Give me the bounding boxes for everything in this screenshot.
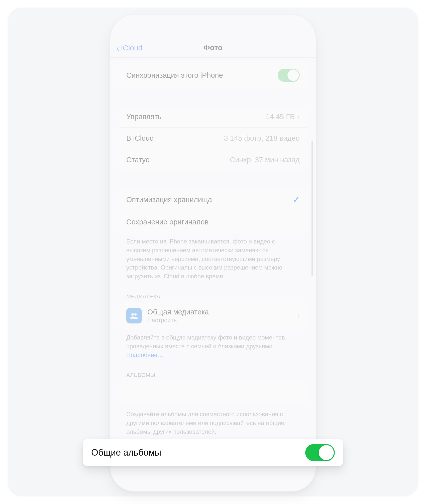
optimize-storage-row[interactable]: Оптимизация хранилища ✓	[119, 188, 307, 211]
icloud-count-value: 3 145 фото, 218 видео	[224, 134, 300, 142]
toggle-knob	[319, 445, 334, 460]
keep-originals-row[interactable]: Сохранение оригиналов	[119, 211, 307, 233]
people-icon	[126, 308, 142, 323]
albums-footer: Создавайте альбомы для совместного испол…	[119, 405, 307, 438]
icloud-count-row: В iCloud 3 145 фото, 218 видео	[119, 128, 307, 149]
learn-more-link[interactable]: Подробнее…	[126, 352, 163, 358]
library-footer-text: Добавляйте в общую медиатеку фото и виде…	[126, 334, 286, 350]
shared-library-title: Общая медиатека	[147, 308, 292, 316]
page-background: ‹ iCloud Фото Синхронизация этого iPhone…	[8, 8, 418, 496]
icloud-count-label: В iCloud	[126, 134, 154, 142]
toggle-knob	[287, 69, 299, 81]
shared-library-row[interactable]: Общая медиатека Настроить ›	[119, 303, 307, 329]
scroll-indicator	[311, 140, 313, 276]
library-section-header: МЕДИАТЕКА	[119, 283, 307, 303]
nav-bar: ‹ iCloud Фото	[110, 15, 316, 58]
shared-albums-toggle[interactable]	[305, 444, 335, 461]
library-footer: Добавляйте в общую медиатеку фото и виде…	[119, 329, 307, 361]
content-area: Синхронизация этого iPhone Управлять 14,…	[110, 62, 316, 453]
chevron-right-icon: ›	[297, 111, 299, 122]
shared-albums-row-bg	[119, 381, 307, 405]
back-button[interactable]: ‹ iCloud	[116, 43, 142, 53]
svg-point-0	[131, 313, 134, 316]
optimize-footer: Если место на iPhone заканчивается, фото…	[119, 233, 307, 283]
albums-section-header: АЛЬБОМЫ	[119, 361, 307, 381]
status-label: Статус	[126, 156, 149, 164]
sync-group: Синхронизация этого iPhone	[119, 62, 307, 88]
svg-point-1	[134, 313, 137, 316]
chevron-left-icon: ‹	[117, 43, 119, 53]
manage-value: 14,45 ГБ ›	[266, 112, 300, 121]
shared-albums-card[interactable]: Общие альбомы	[83, 439, 343, 466]
status-row: Статус Синхр. 37 мин назад	[119, 149, 307, 171]
library-group: Общая медиатека Настроить ›	[119, 303, 307, 329]
optimize-group: Оптимизация хранилища ✓ Сохранение ориги…	[119, 188, 307, 233]
shared-library-text: Общая медиатека Настроить	[147, 308, 292, 324]
shared-albums-label: Общие альбомы	[91, 447, 161, 458]
sync-label: Синхронизация этого iPhone	[126, 71, 223, 79]
manage-row[interactable]: Управлять 14,45 ГБ ›	[119, 106, 307, 128]
phone-frame: ‹ iCloud Фото Синхронизация этого iPhone…	[110, 15, 316, 491]
keep-originals-label: Сохранение оригиналов	[126, 218, 208, 226]
manage-label: Управлять	[126, 113, 162, 121]
shared-library-subtitle: Настроить	[147, 317, 292, 324]
optimize-storage-label: Оптимизация хранилища	[126, 196, 212, 204]
albums-group	[119, 381, 307, 405]
chevron-right-icon: ›	[297, 310, 299, 321]
sync-row[interactable]: Синхронизация этого iPhone	[119, 62, 307, 88]
status-value: Синхр. 37 мин назад	[230, 156, 300, 164]
manage-value-text: 14,45 ГБ	[266, 113, 295, 121]
sync-toggle[interactable]	[278, 69, 300, 82]
page-title: Фото	[203, 43, 223, 52]
storage-group: Управлять 14,45 ГБ › В iCloud 3 145 фото…	[119, 106, 307, 171]
back-label: iCloud	[121, 44, 142, 52]
checkmark-icon: ✓	[293, 195, 300, 205]
